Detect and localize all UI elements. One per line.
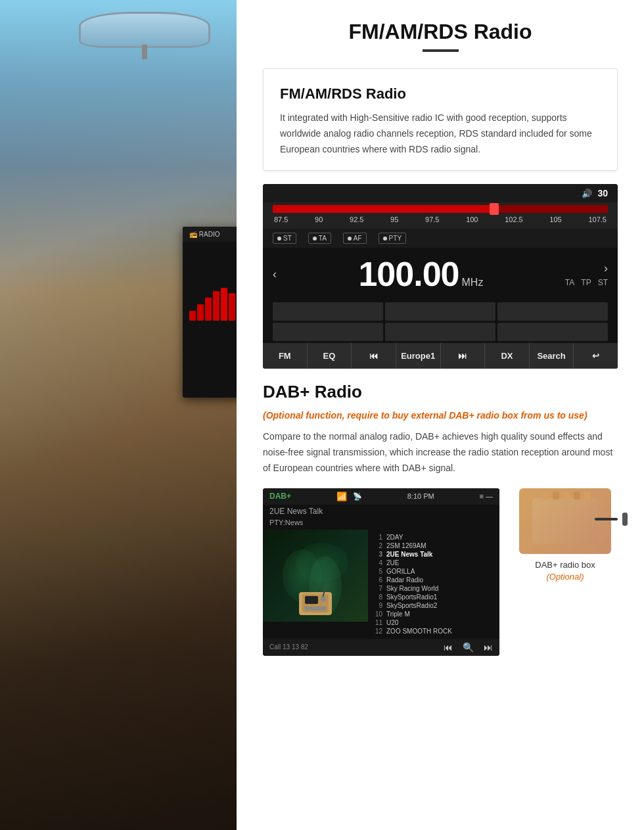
volume-number: 30 (597, 188, 608, 198)
radio-toolbar: FM EQ ⏮ Europe1 ⏭ DX Search ↩ (263, 343, 618, 369)
frequency-unit: MHz (462, 277, 484, 288)
dab-prev-button[interactable]: ⏮ (444, 642, 453, 653)
dab-list-item-8[interactable]: 8SkySportsRadio1 (373, 593, 494, 601)
dab-list-item-7[interactable]: 7Sky Racing World (373, 584, 494, 593)
dab-wifi-icon: 📡 (353, 492, 362, 501)
preset-btn-4[interactable] (273, 323, 383, 341)
frequency-fill (273, 205, 494, 213)
badge-pty[interactable]: PTY (379, 233, 406, 244)
toolbar-next-button[interactable]: ⏭ (441, 343, 486, 369)
dab-next-button[interactable]: ⏭ (484, 642, 493, 653)
dab-bottom-bar: Call 13 13 82 ⏮ 🔍 ⏭ (263, 639, 499, 656)
dab-list-item-4[interactable]: 42UE (373, 559, 494, 567)
dab-visual (263, 530, 368, 622)
dab-radio-box-optional: (Optional) (546, 572, 584, 582)
dab-radio-box-label: DAB+ radio box (Optional) (513, 559, 618, 583)
fm-section-card: FM/AM/RDS Radio It integrated with High-… (263, 68, 618, 171)
dab-radio-illustration (299, 592, 332, 615)
dab-top-bar: DAB+ 📶 📡 8:10 PM ≡ — (263, 488, 499, 505)
dab-signal-icon: 📶 (336, 492, 347, 501)
dab-radio-box-container: DAB+ radio box (Optional) (513, 488, 618, 583)
frequency-labels: 87.5 90 92.5 95 97.5 100 102.5 105 107.5 (273, 216, 608, 223)
frequency-display-row: ‹ 100.00 MHz › TA TP ST (263, 248, 618, 300)
freq-right-labels: TA TP ST (565, 278, 608, 287)
page-title: FM/AM/RDS Radio (263, 20, 618, 44)
toolbar-back-button[interactable]: ↩ (574, 343, 618, 369)
dab-radio-box-image (519, 488, 611, 554)
dab-list-item-11[interactable]: 11U20 (373, 618, 494, 627)
freq-prev-button[interactable]: ‹ (273, 267, 277, 281)
fm-section-title: FM/AM/RDS Radio (280, 85, 601, 103)
dab-section-description: Compare to the normal analog radio, DAB+… (263, 429, 618, 476)
dab-optional-text: (Optional function, require to buy exter… (263, 409, 618, 423)
dab-list-item-3[interactable]: 32UE News Talk (373, 550, 494, 559)
dab-logo: DAB+ (269, 492, 291, 501)
frequency-value: 100.00 (358, 254, 459, 294)
preset-btn-3[interactable] (497, 302, 608, 321)
frequency-track[interactable] (273, 205, 608, 213)
dab-controls: ⏮ 🔍 ⏭ (444, 642, 493, 653)
dab-menu-icon: ≡ — (480, 492, 493, 500)
frequency-thumb[interactable] (490, 203, 499, 215)
car-interior-overlay (0, 0, 243, 830)
dab-pty: PTY:News (263, 518, 499, 530)
dab-ui-screen: DAB+ 📶 📡 8:10 PM ≡ — 2UE News Talk PTY:N… (263, 488, 499, 656)
dab-call-label: Call 13 13 82 (269, 643, 308, 651)
preset-btn-1[interactable] (273, 302, 383, 321)
toolbar-search-button[interactable]: Search (530, 343, 574, 369)
dab-time: 8:10 PM (407, 492, 434, 500)
toolbar-dx-button[interactable]: DX (485, 343, 530, 369)
dab-section-title: DAB+ Radio (263, 382, 618, 402)
dab-list-item-2[interactable]: 22SM 1269AM (373, 542, 494, 550)
dab-search-button[interactable]: 🔍 (463, 642, 474, 653)
toolbar-prev-button[interactable]: ⏮ (352, 343, 396, 369)
volume-icon: 🔊 (582, 189, 592, 198)
preset-btn-5[interactable] (385, 323, 495, 341)
dab-content: 12DAY 22SM 1269AM 32UE News Talk 42UE 5G… (263, 530, 499, 639)
toolbar-fm-button[interactable]: FM (263, 343, 308, 369)
dab-station-list: 12DAY 22SM 1269AM 32UE News Talk 42UE 5G… (368, 530, 499, 639)
dab-list-item-5[interactable]: 5GORILLA (373, 567, 494, 576)
radio-badges-row: ST TA AF PTY (263, 229, 618, 248)
frequency-slider-container: 87.5 90 92.5 95 97.5 100 102.5 105 107.5 (263, 202, 618, 229)
preset-btn-2[interactable] (385, 302, 495, 321)
dab-current-station: 2UE News Talk (263, 505, 499, 518)
dab-list-item-9[interactable]: 9SkySportsRadio2 (373, 601, 494, 610)
badge-ta[interactable]: TA (308, 233, 331, 244)
toolbar-eq-button[interactable]: EQ (308, 343, 352, 369)
preset-btn-6[interactable] (497, 323, 608, 341)
rearview-mirror (79, 12, 210, 48)
preset-grid (263, 300, 618, 343)
dab-list-item-1[interactable]: 12DAY (373, 533, 494, 542)
title-underline (423, 49, 459, 52)
freq-next-button[interactable]: › (604, 262, 608, 275)
content-panel: FM/AM/RDS Radio FM/AM/RDS Radio It integ… (237, 0, 644, 830)
badge-af[interactable]: AF (343, 233, 367, 244)
dab-list-item-10[interactable]: 10Triple M (373, 610, 494, 618)
fm-section-description: It integrated with High-Sensitive radio … (280, 110, 601, 157)
toolbar-europe1-button[interactable]: Europe1 (396, 343, 441, 369)
dab-section: DAB+ Radio (Optional function, require t… (263, 382, 618, 655)
badge-st[interactable]: ST (273, 233, 296, 244)
fm-radio-ui: 🔊 30 87.5 90 92.5 95 97.5 100 102.5 105 … (263, 184, 618, 369)
volume-row: 🔊 30 (263, 184, 618, 202)
dab-list-item-12[interactable]: 12ZOO SMOOTH ROCK (373, 627, 494, 635)
dab-list-item-6[interactable]: 6Radar Radio (373, 576, 494, 584)
dab-row: DAB+ 📶 📡 8:10 PM ≡ — 2UE News Talk PTY:N… (263, 488, 618, 656)
